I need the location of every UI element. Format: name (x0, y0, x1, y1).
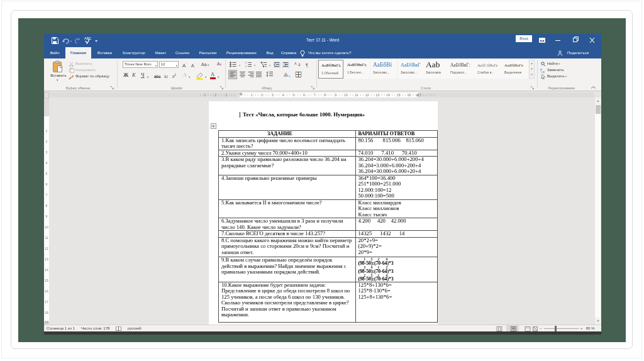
svg-text:А: А (294, 62, 297, 65)
svg-text:2: 2 (261, 93, 263, 97)
svg-text:3: 3 (46, 150, 48, 154)
svg-text:13: 13 (45, 257, 48, 261)
svg-text:6: 6 (46, 182, 48, 186)
svg-text:a: a (540, 68, 542, 71)
svg-text:3: 3 (272, 93, 274, 97)
svg-text:1: 1 (204, 93, 206, 97)
svg-text:2: 2 (46, 140, 48, 143)
svg-text:18: 18 (45, 311, 48, 314)
svg-text:1: 1 (250, 93, 252, 97)
svg-text:2: 2 (245, 65, 247, 68)
svg-text:19: 19 (45, 320, 48, 324)
svg-text:4: 4 (46, 161, 48, 165)
svg-text:11: 11 (45, 236, 48, 240)
svg-text:1: 1 (226, 93, 228, 97)
svg-text:16: 16 (45, 289, 48, 293)
svg-text:5: 5 (46, 172, 48, 175)
svg-text:4: 4 (282, 93, 284, 97)
svg-text:9: 9 (46, 214, 48, 218)
svg-text:7: 7 (314, 93, 316, 97)
svg-text:15: 15 (45, 279, 48, 282)
svg-text:17: 17 (45, 300, 48, 304)
svg-text:8: 8 (46, 204, 48, 208)
svg-text:5: 5 (292, 93, 294, 97)
svg-text:7: 7 (46, 193, 48, 197)
svg-text:1: 1 (245, 62, 247, 64)
svg-text:12: 12 (45, 247, 48, 250)
svg-text:1: 1 (46, 129, 48, 133)
svg-text:8: 8 (324, 93, 326, 97)
svg-text:2: 2 (215, 93, 217, 97)
svg-text:10: 10 (45, 225, 48, 229)
svg-text:11: 11 (355, 93, 358, 97)
svg-text:14: 14 (45, 268, 48, 272)
svg-text:6: 6 (303, 93, 305, 97)
svg-text:9: 9 (335, 93, 336, 97)
svg-text:¶: ¶ (306, 62, 308, 68)
